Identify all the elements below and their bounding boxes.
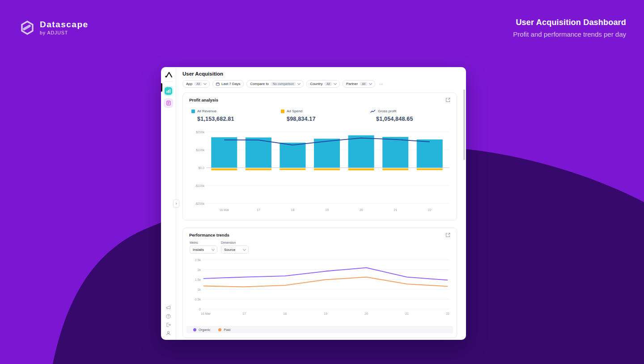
svg-text:20: 20 <box>360 208 363 212</box>
ad-spend-swatch <box>281 110 284 113</box>
datascape-logo-icon <box>20 20 35 35</box>
announcements-icon[interactable] <box>165 305 172 311</box>
svg-text:21: 21 <box>405 312 409 315</box>
expand-icon <box>445 233 450 237</box>
filter-date-range[interactable]: Last 7 Days <box>212 80 244 88</box>
ad-spend-value: $98,834.17 <box>287 116 370 122</box>
kpi-ad-spend: Ad Spend $98,834.17 <box>281 109 370 122</box>
dimension-select[interactable]: Source <box>221 245 249 254</box>
svg-text:-$200k: -$200k <box>195 202 205 205</box>
svg-text:1k: 1k <box>198 288 201 291</box>
filter-partner-badge: All <box>360 82 368 86</box>
performance-trends-panel: Performance trends Metric Installs <box>182 228 457 338</box>
filter-app-badge: All <box>194 82 202 86</box>
sidebar-expand-button[interactable]: › <box>173 199 179 207</box>
revenue-swatch <box>191 110 195 113</box>
metric-label: Metric <box>190 241 217 244</box>
brand-name: Datascape <box>40 20 89 30</box>
profit-analysis-panel: Profit analysis All Revenue <box>182 93 457 220</box>
panel-title: Profit analysis <box>189 97 218 102</box>
active-item-indicator <box>161 83 162 92</box>
filter-partner[interactable]: Partner All <box>343 80 375 88</box>
calendar-icon <box>216 82 220 86</box>
page-subtitle: Profit and performance trends per day <box>513 30 626 38</box>
svg-text:22: 22 <box>446 312 449 315</box>
kpi-row: All Revenue $1,153,682.81 Ad Spend $98,8… <box>189 109 450 122</box>
account-icon[interactable] <box>165 330 172 336</box>
logout-icon[interactable] <box>165 322 172 328</box>
chevron-down-icon <box>334 82 337 85</box>
svg-text:0: 0 <box>199 308 201 311</box>
dashboard-window: › User Acquisition App All <box>161 67 466 340</box>
paid-dot <box>218 328 221 331</box>
adjust-logo-icon <box>165 72 172 78</box>
expand-panel-button[interactable] <box>445 97 450 102</box>
kpi-all-revenue: All Revenue $1,153,682.81 <box>191 109 281 122</box>
svg-text:16 Mar: 16 Mar <box>201 312 211 315</box>
organic-dot <box>193 328 196 331</box>
svg-text:2.5k: 2.5k <box>195 258 201 262</box>
svg-text:17: 17 <box>242 312 246 315</box>
brand-logo: Datascape by ADJUST <box>20 20 89 35</box>
svg-text:17: 17 <box>257 208 260 212</box>
svg-text:$0.0: $0.0 <box>198 166 204 169</box>
profit-analysis-chart: $200k$100k$0.0-$100k-$200k16 Mar17181920… <box>189 127 450 214</box>
legend-paid[interactable]: Paid <box>218 328 230 332</box>
sidebar-item-reports[interactable] <box>165 99 172 107</box>
report-document-icon <box>166 101 171 106</box>
svg-text:0.5k: 0.5k <box>195 298 201 301</box>
chevron-down-icon <box>243 248 246 251</box>
filter-compare-badge: No comparison <box>271 82 296 86</box>
expand-icon <box>445 97 450 102</box>
line-series-icon <box>370 110 376 113</box>
svg-text:19: 19 <box>325 208 329 212</box>
filter-country[interactable]: Country All <box>306 80 340 88</box>
filter-app[interactable]: App All <box>182 80 210 88</box>
bar-chart-icon <box>166 89 171 93</box>
revenue-value: $1,153,682.81 <box>197 116 281 122</box>
svg-text:2k: 2k <box>198 268 201 271</box>
vertical-scrollbar[interactable] <box>463 89 465 160</box>
trends-legend: Organic Paid <box>186 326 453 333</box>
filter-compare-to[interactable]: Compare to No comparison <box>246 80 304 88</box>
svg-text:18: 18 <box>283 312 287 315</box>
svg-text:20: 20 <box>364 312 368 315</box>
expand-panel-button[interactable] <box>445 233 450 237</box>
svg-text:16 Mar: 16 Mar <box>219 208 229 212</box>
sidebar-divider <box>165 81 173 82</box>
filter-bar: App All Last 7 Days Compare to No compa <box>182 80 457 88</box>
legend-organic[interactable]: Organic <box>193 328 210 332</box>
svg-text:21: 21 <box>394 208 397 212</box>
svg-text:18: 18 <box>291 208 295 212</box>
gross-profit-value: $1,054,848.65 <box>376 116 413 122</box>
dimension-label: Dimension <box>221 241 249 244</box>
page-title: User Acquisition Dashboard <box>513 18 626 27</box>
svg-text:$100k: $100k <box>196 148 205 152</box>
chevron-down-icon <box>369 82 372 85</box>
metric-select[interactable]: Installs <box>190 245 217 254</box>
kpi-gross-profit: Gross profit $1,054,848.65 <box>370 109 413 122</box>
svg-text:1.5k: 1.5k <box>195 278 201 281</box>
chevron-down-icon <box>203 82 207 85</box>
page-background: Datascape by ADJUST User Acquisition Das… <box>0 0 644 364</box>
svg-text:$200k: $200k <box>196 131 205 134</box>
filter-country-badge: All <box>324 82 332 86</box>
sidebar-item-dashboards[interactable] <box>165 87 172 95</box>
svg-text:-$100k: -$100k <box>195 184 205 187</box>
chevron-down-icon <box>212 248 215 251</box>
performance-trends-chart: 2.5k2k1.5k1k0.5k016 Mar171819202122 <box>189 256 450 316</box>
panel-title: Performance trends <box>189 233 229 237</box>
brand-byline: by ADJUST <box>40 30 89 35</box>
help-icon[interactable] <box>165 313 172 319</box>
report-heading: User Acquisition <box>182 71 457 76</box>
chevron-right-icon: › <box>176 201 177 206</box>
svg-text:19: 19 <box>324 312 327 315</box>
dashboard-content: User Acquisition App All Last 7 Days <box>176 67 466 340</box>
svg-text:22: 22 <box>428 208 432 212</box>
chevron-down-icon <box>297 82 301 85</box>
more-filters-button[interactable]: ⋯ <box>378 82 385 86</box>
